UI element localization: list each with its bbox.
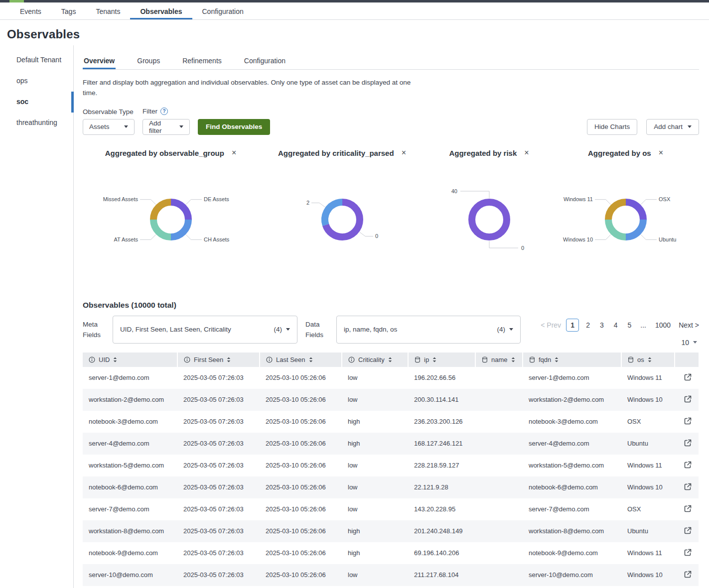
sort-icon[interactable]	[511, 357, 515, 362]
sort-icon[interactable]	[388, 357, 392, 362]
svg-text:Windows 11: Windows 11	[563, 196, 592, 202]
cell-actions	[675, 455, 699, 476]
donut-chart: DE AssetsCH AssetsAT AssetsMissed Assets	[86, 167, 256, 272]
cell-os: Windows 11	[621, 455, 675, 476]
pagination-page-3[interactable]: 3	[597, 321, 607, 329]
pagination-page-5[interactable]: 5	[625, 321, 635, 329]
top-strip	[0, 0, 709, 2]
sidebar-item-default-tenant[interactable]: Default Tenant	[0, 49, 73, 70]
pagination-next[interactable]: Next >	[679, 321, 699, 329]
pagination-page-4[interactable]: 4	[611, 321, 621, 329]
cell-os: OSX	[621, 498, 675, 520]
column-header-name[interactable]: name	[475, 353, 523, 367]
find-observables-button[interactable]: Find Observables	[198, 119, 270, 135]
cell-first-seen: 2025-03-05 07:26:03	[177, 542, 260, 564]
cell-last-seen: 2025-03-10 05:26:06	[260, 498, 342, 520]
cell-first-seen: 2025-03-05 07:26:03	[177, 498, 260, 520]
cell-uid: notebook-9@demo.com	[83, 542, 177, 564]
tab-overview[interactable]: Overview	[83, 52, 116, 69]
external-link-icon[interactable]	[683, 394, 693, 404]
column-label: name	[491, 356, 508, 363]
column-header-uid[interactable]: UID	[83, 353, 177, 367]
sidebar-item-threathunting[interactable]: threathunting	[0, 112, 73, 133]
svg-text:Ubuntu: Ubuntu	[659, 236, 676, 242]
pagination-prev[interactable]: < Prev	[541, 321, 561, 329]
sort-icon[interactable]	[432, 357, 436, 362]
meta-fields-select[interactable]: UID, First Seen, Last Seen, Criticality …	[113, 316, 297, 344]
sort-icon[interactable]	[113, 357, 117, 362]
external-link-icon[interactable]	[683, 416, 693, 426]
help-icon[interactable]: ?	[160, 108, 168, 115]
observable-type-select[interactable]: Assets	[83, 119, 135, 135]
nav-configuration[interactable]: Configuration	[192, 2, 254, 19]
external-link-icon[interactable]	[683, 438, 693, 448]
chart-card-aggregated-by-observable-group: Aggregated by observable_group×DE Assets…	[83, 149, 259, 272]
sort-icon[interactable]	[227, 357, 231, 362]
external-link-icon[interactable]	[683, 372, 693, 382]
svg-text:40: 40	[451, 188, 457, 194]
sort-icon[interactable]	[555, 357, 559, 362]
cell-os: Windows 10	[621, 564, 675, 586]
table-row: server-10@demo.com2025-03-05 07:26:03202…	[83, 564, 699, 586]
external-link-icon[interactable]	[683, 570, 693, 579]
filter-controls-left: Observable Type Assets Filter ? Add filt…	[83, 108, 270, 135]
column-header-last-seen[interactable]: Last Seen	[260, 353, 342, 367]
nav-events[interactable]: Events	[10, 2, 51, 19]
cell-uid: workstation-8@demo.com	[83, 520, 177, 542]
data-fields-select[interactable]: ip, name, fqdn, os (4)	[336, 316, 521, 344]
cell-ip: 143.20.228.95	[408, 498, 475, 520]
chart-close-icon[interactable]: ×	[659, 149, 663, 157]
chart-close-icon[interactable]: ×	[524, 149, 529, 157]
observable-type-label: Observable Type	[83, 108, 135, 116]
column-header-ip[interactable]: ip	[408, 353, 475, 367]
external-link-icon[interactable]	[683, 504, 693, 513]
data-fields-count: (4)	[497, 326, 506, 333]
add-filter-button[interactable]: Add filter	[142, 119, 190, 135]
column-header-criticality[interactable]: Criticality	[342, 353, 408, 367]
external-link-icon[interactable]	[683, 526, 693, 535]
filter-label-row: Filter ?	[142, 108, 190, 115]
filter-field: Filter ? Add filter	[142, 108, 190, 135]
nav-observables[interactable]: Observables	[130, 2, 192, 19]
tenant-sidebar: Default Tenantopssocthreathunting	[0, 45, 74, 588]
cell-last-seen: 2025-03-10 05:26:06	[260, 564, 342, 586]
tab-groups[interactable]: Groups	[136, 52, 161, 69]
tab-configuration[interactable]: Configuration	[243, 52, 286, 69]
cell-os: Windows 10	[621, 476, 675, 498]
sort-icon[interactable]	[648, 357, 652, 362]
cell-criticality: high	[342, 433, 408, 455]
sort-icon[interactable]	[309, 357, 313, 362]
column-header-os[interactable]: os	[621, 353, 675, 367]
column-header-first-seen[interactable]: First Seen	[177, 353, 260, 367]
pagination-page-1[interactable]: 1	[566, 319, 579, 332]
column-header-fqdn[interactable]: fqdn	[523, 353, 621, 367]
cell-first-seen: 2025-03-05 07:26:03	[177, 476, 260, 498]
chart-close-icon[interactable]: ×	[232, 149, 236, 157]
pagination-page-1000[interactable]: 1000	[652, 321, 674, 329]
cell-criticality: low	[342, 367, 408, 389]
table-controls: Meta Fields UID, First Seen, Last Seen, …	[83, 316, 699, 347]
sidebar-item-soc[interactable]: soc	[0, 91, 73, 112]
sidebar-item-ops[interactable]: ops	[0, 70, 73, 91]
nav-tenants[interactable]: Tenants	[86, 2, 130, 19]
filter-label: Filter	[142, 108, 157, 115]
nav-tags[interactable]: Tags	[51, 2, 86, 19]
cell-name	[475, 498, 523, 520]
column-label: fqdn	[539, 356, 551, 363]
tab-refinements[interactable]: Refinements	[181, 52, 223, 69]
add-chart-button[interactable]: Add chart	[646, 119, 699, 135]
pagination-page-2[interactable]: 2	[583, 321, 593, 329]
external-link-icon[interactable]	[683, 460, 693, 470]
external-link-icon[interactable]	[683, 482, 693, 491]
chevron-down-icon	[509, 328, 513, 331]
cell-name	[475, 433, 523, 455]
chart-close-icon[interactable]: ×	[402, 149, 406, 157]
database-icon	[415, 356, 421, 363]
cell-ip: 196.202.66.56	[408, 367, 475, 389]
database-icon	[628, 356, 634, 363]
chart-title: Aggregated by os	[588, 149, 651, 157]
hide-charts-button[interactable]: Hide Charts	[587, 119, 637, 135]
cell-uid: notebook-6@demo.com	[83, 476, 177, 498]
external-link-icon[interactable]	[683, 548, 693, 557]
page-size-select[interactable]: 10	[541, 339, 699, 347]
